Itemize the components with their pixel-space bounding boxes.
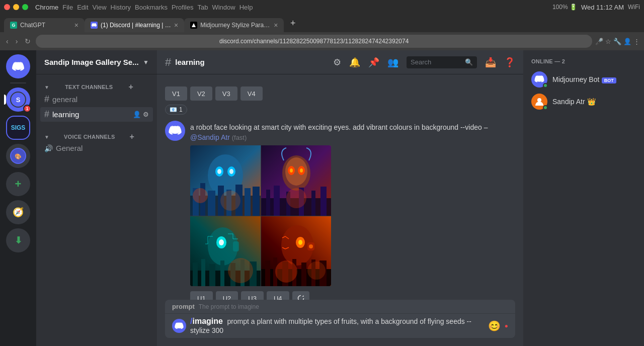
tab-discord[interactable]: (1) Discord | #learning | Sandi... × — [85, 18, 184, 32]
add-server-button[interactable]: + — [6, 172, 30, 196]
minimize-window-button[interactable] — [13, 4, 19, 10]
server-icon-sigs[interactable]: SIGS — [6, 116, 30, 140]
menu-view[interactable]: View — [93, 4, 107, 11]
menu-profiles[interactable]: Profiles — [172, 4, 193, 11]
message-group-2: a robot face looking at smart city with … — [157, 117, 523, 300]
close-window-button[interactable] — [4, 4, 10, 10]
system-time: Wed 11:12 AM — [581, 4, 624, 11]
menu-tab[interactable]: Tab — [197, 4, 208, 11]
menu-help[interactable]: Help — [239, 4, 253, 11]
v1-button-top[interactable]: V1 — [165, 86, 187, 101]
voice-channels-collapse-icon: ▼ — [44, 134, 49, 140]
midjourney-bot-avatar — [165, 121, 185, 141]
channel-members-icon[interactable]: 👤 — [133, 111, 141, 118]
svg-rect-45 — [209, 264, 215, 287]
text-channels-header[interactable]: ▼ Text Channels + — [40, 82, 153, 92]
chat-header-right: ⚙ 🔔 📌 👥 Search 🔍 📥 ❓ — [333, 56, 515, 68]
voice-channel-icon: 🔊 — [44, 144, 53, 152]
chat-header: # learning ⚙ 🔔 📌 👥 Search 🔍 📥 ❓ — [157, 50, 523, 74]
member-sandip[interactable]: Sandip Atr 👑 — [527, 91, 640, 113]
svg-point-40 — [219, 239, 224, 245]
chat-hash-icon: # — [165, 56, 171, 69]
server-icon-1[interactable]: S 1 — [6, 88, 30, 112]
server-badge-1: 1 — [23, 105, 31, 113]
discord-app: S 1 SIGS 🎨 + 🧭 ⬇ Sandip Image Gallery Se… — [0, 50, 644, 346]
text-channels-label: Text Channels — [65, 84, 113, 90]
channel-item-general[interactable]: # general — [40, 92, 153, 107]
notification-icon[interactable]: 🔔 — [349, 57, 360, 68]
menu-edit[interactable]: Edit — [77, 4, 88, 11]
menu-window[interactable]: Window — [212, 4, 235, 11]
reload-button[interactable]: ↻ — [23, 35, 33, 47]
pinned-icon[interactable]: 📌 — [368, 57, 379, 68]
new-tab-button[interactable]: + — [286, 16, 300, 30]
midjourney-bot-avatar-member — [531, 71, 547, 88]
download-apps-button[interactable]: ⬇ — [6, 228, 30, 252]
mention-sandip: @Sandip Atr — [190, 133, 230, 141]
u2-button[interactable]: U2 — [216, 291, 238, 300]
sandip-name-group: Sandip Atr 👑 — [552, 98, 596, 106]
v4-button-top[interactable]: V4 — [240, 86, 263, 101]
emoji-picker-button[interactable]: 😊 — [488, 320, 501, 332]
member-midjourney-bot[interactable]: Midjourney Bot BOT — [527, 68, 640, 91]
chat-search-text: Search — [411, 58, 431, 66]
add-voice-channel-button[interactable]: + — [129, 132, 134, 141]
reaction-count-1: 1 — [179, 106, 183, 113]
inbox-icon[interactable]: 📥 — [485, 57, 496, 68]
record-button[interactable]: ● — [505, 322, 508, 329]
maximize-window-button[interactable] — [22, 4, 28, 10]
version-buttons-top: V1 V2 V3 V4 — [165, 84, 515, 103]
chat-input-content[interactable]: /imagine prompt a plant with multiple ty… — [190, 317, 484, 335]
back-button[interactable]: ‹ — [4, 35, 11, 47]
address-input[interactable] — [36, 35, 592, 48]
bot-status-dot — [543, 83, 548, 88]
channel-item-learning[interactable]: # learning 👤 ⚙ — [40, 107, 153, 122]
chat-search-bar[interactable]: Search 🔍 — [407, 56, 477, 68]
svg-text:S: S — [16, 96, 21, 104]
svg-point-27 — [290, 168, 293, 172]
menu-history[interactable]: History — [111, 4, 131, 11]
robot-panel-3 — [190, 216, 261, 287]
sandip-name: Sandip Atr — [552, 98, 585, 106]
v2-button-top[interactable]: V2 — [190, 86, 212, 101]
svg-point-10 — [229, 169, 233, 174]
add-text-channel-button[interactable]: + — [128, 82, 133, 92]
voice-channel-general[interactable]: 🔊 General — [40, 142, 153, 154]
bookmark-icon[interactable]: ☆ — [605, 38, 611, 45]
u4-button[interactable]: U4 — [267, 291, 289, 300]
tab-chatgpt[interactable]: G ChatGPT × — [4, 18, 85, 32]
u1-button[interactable]: U1 — [190, 291, 213, 300]
threads-icon[interactable]: ⚙ — [333, 57, 341, 68]
u3-button[interactable]: U3 — [241, 291, 264, 300]
mic-icon[interactable]: 🎤 — [595, 38, 603, 45]
extensions-icon[interactable]: 🔧 — [613, 38, 621, 45]
server-header-chevron-icon: ▼ — [143, 59, 149, 66]
learning-channel-hash-icon: # — [44, 109, 49, 120]
reaction-1[interactable]: 📧 1 — [165, 105, 187, 115]
profile-icon[interactable]: 👤 — [623, 38, 631, 45]
refresh-button[interactable] — [292, 291, 309, 300]
tab-discord-close[interactable]: × — [174, 21, 178, 29]
help-icon[interactable]: ❓ — [504, 57, 515, 68]
menu-bookmarks[interactable]: Bookmarks — [135, 4, 168, 11]
tab-chatgpt-close[interactable]: × — [74, 21, 78, 29]
server-name-header[interactable]: Sandip Image Gallery Se... ▼ — [36, 50, 157, 74]
server-icon-3[interactable]: 🎨 — [6, 144, 30, 168]
channel-settings-icon[interactable]: ⚙ — [143, 111, 149, 118]
menu-file[interactable]: File — [62, 4, 73, 11]
explore-servers-button[interactable]: 🧭 — [6, 200, 30, 224]
menu-dots-icon[interactable]: ⋮ — [633, 38, 640, 45]
tab-midjourney[interactable]: Midjourney Stylize Parameter ... × — [184, 18, 284, 32]
voice-channels-header[interactable]: ▼ Voice Channels + — [40, 132, 153, 141]
v3-button-top[interactable]: V3 — [215, 86, 237, 101]
forward-button[interactable]: › — [14, 35, 20, 47]
svg-rect-19 — [253, 187, 260, 216]
tab-midjourney-close[interactable]: × — [274, 21, 278, 29]
members-icon[interactable]: 👥 — [387, 57, 398, 68]
text-channels-collapse-icon: ▼ — [44, 84, 49, 90]
discord-home-button[interactable] — [6, 54, 30, 78]
voice-channels-label: Voice Channels — [64, 134, 115, 140]
robot-panel-4 — [261, 216, 332, 287]
upscale-buttons: U1 U2 U3 U4 — [190, 289, 515, 300]
robot-image-grid[interactable] — [190, 145, 331, 286]
